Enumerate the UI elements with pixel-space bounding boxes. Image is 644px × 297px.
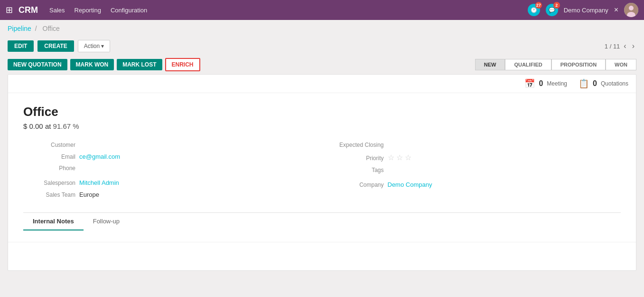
left-fields: Customer Email ce@gmail.com Phone Salesp… (23, 142, 313, 203)
app-logo: CRM (19, 5, 38, 15)
stage-new[interactable]: NEW (475, 59, 505, 70)
at-label: at (45, 122, 51, 130)
tags-field-row: Tags (332, 167, 621, 173)
mark-lost-button[interactable]: MARK LOST (117, 59, 162, 70)
right-fields: Expected Closing Priority ☆ ☆ ☆ Tags (332, 142, 621, 203)
calendar-icon: 📅 (524, 78, 535, 89)
breadcrumb-parent[interactable]: Pipeline (8, 25, 31, 32)
sales-team-value: Europe (79, 191, 99, 198)
email-field-row: Email ce@gmail.com (23, 153, 313, 160)
notes-content-area[interactable] (8, 242, 636, 270)
star-3[interactable]: ☆ (405, 153, 411, 162)
meeting-count: 0 (539, 79, 543, 88)
stage-won[interactable]: WON (606, 59, 636, 70)
record-title: Office (23, 105, 621, 119)
salesperson-label: Salesperson (23, 180, 75, 186)
user-avatar[interactable] (624, 3, 638, 17)
email-value[interactable]: ce@gmail.com (79, 153, 120, 160)
record-amount: $ 0.00 at 91.67 % (23, 122, 621, 130)
customer-label: Customer (23, 142, 75, 148)
priority-stars[interactable]: ☆ ☆ ☆ (388, 153, 412, 162)
company-field-row: Company Demo Company (332, 181, 621, 188)
email-label: Email (23, 153, 75, 160)
close-icon[interactable]: × (614, 6, 618, 14)
main-content-panel: 📅 0 Meeting 📋 0 Quotations Office $ 0.00… (8, 74, 636, 271)
enrich-button[interactable]: ENRICH (165, 58, 200, 71)
action-dropdown[interactable]: Action ▾ (78, 40, 111, 52)
stats-bar: 📅 0 Meeting 📋 0 Quotations (8, 75, 636, 93)
nav-menu: Sales Reporting Configuration (49, 7, 528, 14)
expected-closing-field-row: Expected Closing (332, 142, 621, 148)
quotation-icon: 📋 (579, 78, 589, 89)
new-quotation-button[interactable]: NEW QUOTATION (8, 59, 67, 70)
stage-proposition[interactable]: PROPOSITION (551, 59, 606, 70)
prev-page-button[interactable]: ‹ (622, 42, 628, 50)
grid-menu-icon[interactable]: ⊞ (6, 5, 13, 15)
status-bar: NEW QUOTATION MARK WON MARK LOST ENRICH … (0, 55, 644, 74)
messages-badge-count: 2 (553, 2, 560, 9)
quotation-stat[interactable]: 📋 0 Quotations (579, 78, 628, 89)
sales-team-field-row: Sales Team Europe (23, 191, 313, 198)
page-info: 1 / 11 (605, 43, 620, 50)
nav-reporting[interactable]: Reporting (75, 7, 101, 14)
stage-qualified[interactable]: QUALIFIED (505, 59, 551, 70)
nav-configuration[interactable]: Configuration (111, 7, 147, 14)
probability-value: 91.67 % (53, 122, 79, 130)
salesperson-field-row: Salesperson Mitchell Admin (23, 179, 313, 186)
phone-field-row: Phone (23, 165, 313, 172)
quotation-count: 0 (593, 79, 597, 88)
svg-point-1 (629, 6, 634, 10)
top-navigation: ⊞ CRM Sales Reporting Configuration 🕐 27… (0, 0, 644, 20)
mark-won-button[interactable]: MARK WON (70, 59, 114, 70)
expected-closing-label: Expected Closing (332, 142, 384, 148)
nav-sales[interactable]: Sales (49, 7, 65, 14)
priority-field-row: Priority ☆ ☆ ☆ (332, 153, 621, 162)
sales-team-label: Sales Team (23, 192, 75, 198)
tabs-bar: Internal Notes Follow-up (23, 212, 621, 230)
customer-field-row: Customer (23, 142, 313, 148)
phone-label: Phone (23, 165, 75, 172)
star-2[interactable]: ☆ (396, 153, 403, 162)
messages-icon[interactable]: 💬 2 (546, 4, 558, 16)
breadcrumb-current: Office (43, 25, 60, 32)
tags-label: Tags (332, 167, 384, 173)
pipeline-stages: NEW QUALIFIED PROPOSITION WON (475, 59, 636, 70)
meeting-label: Meeting (547, 80, 567, 87)
clock-icon[interactable]: 🕐 27 (528, 4, 540, 16)
nav-right: 🕐 27 💬 2 Demo Company × (528, 3, 638, 17)
quotation-label: Quotations (601, 80, 628, 87)
tab-followup[interactable]: Follow-up (84, 213, 129, 230)
salesperson-value[interactable]: Mitchell Admin (79, 179, 119, 186)
breadcrumb-separator: / (35, 25, 37, 32)
priority-label: Priority (332, 155, 384, 162)
meeting-stat[interactable]: 📅 0 Meeting (524, 78, 567, 89)
record-body: Office $ 0.00 at 91.67 % Customer Email … (8, 93, 636, 242)
action-bar: EDIT CREATE Action ▾ 1 / 11 ‹ › (0, 37, 644, 55)
company-label: Company (332, 182, 384, 188)
tab-internal-notes[interactable]: Internal Notes (23, 213, 84, 230)
page-navigation: 1 / 11 ‹ › (605, 42, 636, 50)
company-value[interactable]: Demo Company (388, 181, 432, 188)
edit-button[interactable]: EDIT (8, 40, 34, 52)
company-selector[interactable]: Demo Company (564, 7, 608, 14)
breadcrumb: Pipeline / Office (0, 20, 644, 37)
fields-grid: Customer Email ce@gmail.com Phone Salesp… (23, 142, 621, 203)
create-button[interactable]: CREATE (37, 40, 74, 52)
star-1[interactable]: ☆ (388, 153, 394, 162)
clock-badge-count: 27 (535, 2, 542, 9)
next-page-button[interactable]: › (630, 42, 636, 50)
amount-value: $ 0.00 (23, 122, 43, 130)
